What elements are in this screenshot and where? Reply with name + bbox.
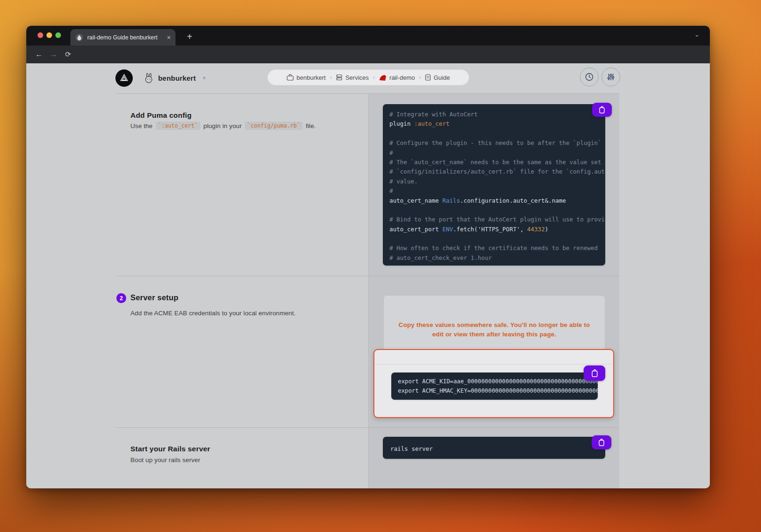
forward-button[interactable]: →: [48, 49, 59, 60]
breadcrumb-item-guide[interactable]: Guide: [425, 74, 450, 81]
breadcrumb-label: benburkert: [297, 74, 326, 81]
breadcrumb-separator: ›: [419, 74, 421, 81]
settings-sliders-button[interactable]: [601, 68, 620, 86]
rails-section-title: Start your Rails server: [130, 445, 210, 453]
step-number-badge: 2: [116, 293, 126, 303]
browser-toolbar: ← → ⟳ anchor.dev/benburkert/services/rai…: [26, 46, 710, 63]
site-favicon-icon: [76, 34, 83, 41]
account-avatar-icon: [144, 73, 154, 84]
reload-button[interactable]: ⟳: [63, 49, 73, 60]
panel-divider: [375, 364, 613, 365]
rails-server-code-block: rails server: [383, 437, 605, 459]
puma-section-description: Use the `:auto_cert` plugin in your `con…: [130, 122, 316, 130]
server-setup-title: Server setup: [130, 293, 178, 302]
back-button[interactable]: ←: [34, 49, 44, 60]
briefcase-icon: [287, 74, 294, 81]
copy-puma-config-button[interactable]: [592, 103, 612, 117]
description-text: plugin in your: [204, 122, 242, 129]
credentials-panel: export ACME_KID=aae_00000000000000000000…: [373, 349, 614, 418]
new-tab-button[interactable]: +: [183, 30, 196, 44]
browser-window: rail-demo Guide benburkert × + ⌄ ← → ⟳ a…: [26, 26, 710, 488]
description-text: Use the: [130, 122, 152, 129]
breadcrumb-item-services[interactable]: Services: [336, 74, 369, 81]
breadcrumb-label: Guide: [434, 74, 450, 81]
page-content: benburkert ▾ benburkert › Services: [26, 63, 710, 488]
copy-rails-command-button[interactable]: [592, 435, 611, 449]
breadcrumb-separator: ›: [330, 74, 332, 81]
breadcrumb-label: Services: [345, 74, 369, 81]
breadcrumb-separator: ›: [373, 74, 375, 81]
inline-code-auto-cert: `:auto_cert`: [156, 122, 200, 130]
fullscreen-window-button[interactable]: [55, 32, 61, 38]
tab-close-icon[interactable]: ×: [167, 34, 171, 41]
tab-title: rail-demo Guide benburkert: [87, 34, 163, 41]
breadcrumb: benburkert › Services › rail-demo ›: [267, 69, 469, 85]
minimize-window-button[interactable]: [46, 32, 52, 38]
services-icon: [336, 74, 342, 81]
account-switcher[interactable]: benburkert ▾: [144, 73, 205, 84]
section-divider: [116, 427, 619, 428]
history-button[interactable]: [580, 68, 599, 86]
section-divider: [116, 276, 619, 276]
breadcrumb-item-account[interactable]: benburkert: [287, 74, 326, 81]
rails-section-description: Boot up your rails server: [130, 456, 200, 464]
browser-tab[interactable]: rail-demo Guide benburkert ×: [70, 29, 175, 46]
breadcrumb-label: rail-demo: [389, 74, 415, 81]
close-window-button[interactable]: [38, 32, 43, 38]
tab-search-chevron-icon[interactable]: ⌄: [694, 31, 700, 38]
desktop: rail-demo Guide benburkert × + ⌄ ← → ⟳ a…: [0, 0, 761, 532]
copy-credentials-button[interactable]: [584, 365, 605, 381]
server-setup-description: Add the ACME EAB credentials to your loc…: [130, 310, 296, 317]
tab-strip: rail-demo Guide benburkert × + ⌄: [26, 26, 710, 46]
account-name: benburkert: [158, 74, 196, 82]
inline-code-puma-rb: `config/puma.rb`: [245, 122, 302, 130]
chevron-down-icon: ▾: [203, 75, 205, 81]
rails-icon: [379, 75, 387, 81]
guide-icon: [425, 74, 431, 81]
credentials-warning-text: Copy these values somewhere safe. You'll…: [397, 320, 592, 339]
puma-config-code-block: # Integrate with AutoCertplugin :auto_ce…: [383, 104, 605, 266]
breadcrumb-item-service[interactable]: rail-demo: [379, 74, 415, 81]
section-divider: [116, 93, 619, 94]
acme-credentials-code-block: export ACME_KID=aae_00000000000000000000…: [391, 372, 598, 400]
anchor-logo-icon[interactable]: [115, 69, 133, 87]
puma-section-title: Add Puma config: [130, 111, 191, 120]
description-text: file.: [306, 122, 316, 129]
app-header: benburkert ▾: [115, 68, 205, 87]
